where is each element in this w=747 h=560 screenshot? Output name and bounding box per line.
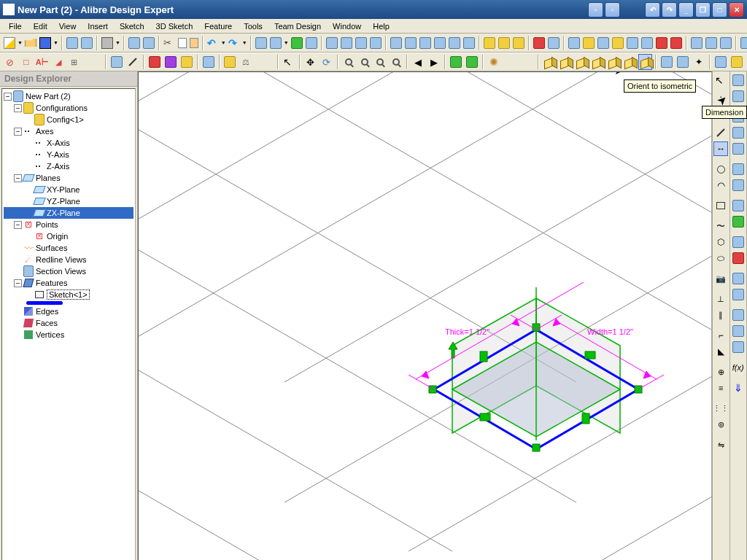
tree-xyplane[interactable]: XY-Plane [4,184,133,195]
new-button[interactable] [3,35,16,51]
aux-button-3[interactable]: ↶ [645,2,660,18]
vtool-poly[interactable]: ⬡ [713,235,728,249]
vtool-con4[interactable]: ≡ [713,381,728,395]
tool-btn-f1[interactable] [483,35,496,51]
tree-redline-views[interactable]: ☄Redline Views [4,254,133,265]
zoom-prev-button[interactable] [389,54,403,70]
tool-btn-a1[interactable] [66,35,79,51]
aux-button-4[interactable]: ↷ [662,2,677,18]
feat-mirror[interactable] [731,287,746,302]
tree-config1[interactable]: Config<1> [4,114,133,125]
vtool-line[interactable] [713,125,728,140]
vtool-select[interactable]: ↖ [713,73,728,88]
menu-3dsketch[interactable]: 3D Sketch [150,20,199,32]
tool-btn-f3[interactable] [512,35,525,51]
tool-btn-c1[interactable] [255,35,268,51]
tree-zxplane[interactable]: ZX-Plane [4,207,133,219]
tool-btn-c2[interactable] [269,35,282,51]
tool-btn-e4[interactable] [433,35,446,51]
sketch-tool-12[interactable] [223,54,238,70]
menu-window[interactable]: Window [327,20,367,32]
tree-features[interactable]: −Features [4,277,133,289]
view-back-button[interactable] [558,54,573,70]
tool-btn-c3[interactable] [290,35,303,51]
feat-loft[interactable] [731,141,746,156]
tool-btn-i1[interactable] [690,35,703,51]
tool-btn-e6[interactable] [462,35,476,51]
print-button[interactable] [101,35,114,51]
redo-dropdown[interactable]: ▼ [242,40,247,45]
view-left-button[interactable] [574,54,589,70]
3d-viewport[interactable]: Thick=1 1/2" Width=1 1/2" Orient to isom… [138,71,712,560]
tool-btn-h7[interactable] [655,35,668,51]
tool-btn-g1[interactable] [533,35,546,51]
tool-dropdown-c[interactable]: ▼ [284,40,289,45]
feat-last[interactable]: ⇓ [731,381,746,395]
tool-btn-h6[interactable] [640,35,654,51]
vtool-chamfer[interactable]: ◣ [713,344,728,359]
menu-feature[interactable]: Feature [198,20,238,32]
vtool-arc[interactable]: ◠ [713,178,728,192]
tool-btn-b2[interactable] [142,35,155,51]
menu-team-design[interactable]: Team Design [268,20,327,32]
feat-combine[interactable] [731,340,746,354]
tool-btn-h2[interactable] [582,35,595,51]
feat-scale[interactable] [731,308,746,322]
view-right-button[interactable] [590,54,605,70]
tool-btn-d1[interactable] [325,35,338,51]
view-isometric-button[interactable] [638,54,653,70]
vtool-dimension[interactable]: ↔ [713,141,728,156]
tree-origin[interactable]: Origin [4,230,133,242]
sketch-tool-1[interactable]: ⊘ [3,54,18,70]
tool-btn-f2[interactable] [498,35,511,51]
view-tool-k2[interactable] [676,54,690,70]
tool-btn-h5[interactable] [626,35,639,51]
view-top-button[interactable] [606,54,621,70]
rotate-button[interactable]: ⟳ [320,54,334,70]
aux-button-2[interactable]: ▫ [605,2,620,18]
feat-chamfer[interactable] [731,178,746,192]
vtool-con1[interactable]: ⊥ [713,292,728,306]
tool-btn-h3[interactable] [597,35,610,51]
feat-rib[interactable] [731,251,746,265]
sketch-tool-13[interactable]: ⚖ [239,54,253,70]
vtool-mirror[interactable]: ⇋ [713,438,728,452]
feat-hole[interactable] [731,235,746,249]
view-tool-l2[interactable] [729,54,744,70]
tree-zaxis[interactable]: Z-Axis [4,160,133,172]
pan-button[interactable]: ✥ [303,54,318,70]
tool-btn-d4[interactable] [369,35,382,51]
tool-btn-e5[interactable] [448,35,461,51]
tree-root[interactable]: −New Part (2) [4,90,133,102]
tool-btn-i3[interactable] [719,35,732,51]
feat-fx[interactable]: f(x) [731,360,746,375]
vtool-ellipse[interactable]: ⬭ [713,251,728,265]
cut-button[interactable]: ✂ [163,35,176,51]
feat-revolve[interactable] [731,89,746,104]
menu-edit[interactable]: Edit [28,20,53,32]
sketch-tool-7[interactable] [125,54,140,70]
undo-button[interactable]: ↶ [206,35,220,51]
tree-faces[interactable]: Faces [4,317,133,329]
vtool-con3[interactable]: ⊕ [713,365,728,379]
save-button[interactable] [39,35,52,51]
tool-btn-h1[interactable] [568,35,581,51]
tool-btn-e2[interactable] [404,35,417,51]
tree-yaxis[interactable]: Y-Axis [4,149,133,160]
vtool-pattern2[interactable]: ⊚ [713,417,728,432]
view-next-button[interactable]: ▶ [427,54,441,70]
tree-configurations[interactable]: −Configurations [4,102,133,114]
view-prev-button[interactable]: ◀ [411,54,425,70]
feat-thread[interactable] [731,324,746,338]
sketch-tool-5[interactable]: ⊞ [67,54,82,70]
menu-view[interactable]: View [53,20,82,32]
minimize-button[interactable]: _ [678,2,694,18]
aux-button-1[interactable]: ▫ [588,2,603,18]
select-button[interactable]: ↖ [282,54,296,70]
tool-btn-g2[interactable] [547,35,560,51]
print-dropdown[interactable]: ▼ [115,40,120,45]
view-tool-k1[interactable] [659,54,674,70]
tool-btn-e3[interactable] [419,35,432,51]
zoom-fit-button[interactable] [357,54,372,70]
feat-extrude[interactable] [731,73,746,88]
